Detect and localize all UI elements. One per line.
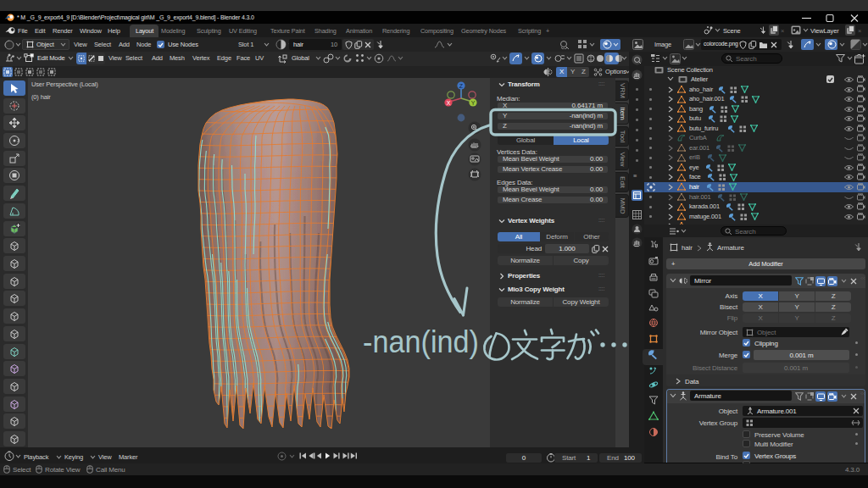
svg-text:-nan(ind): -nan(ind) [363, 324, 479, 359]
